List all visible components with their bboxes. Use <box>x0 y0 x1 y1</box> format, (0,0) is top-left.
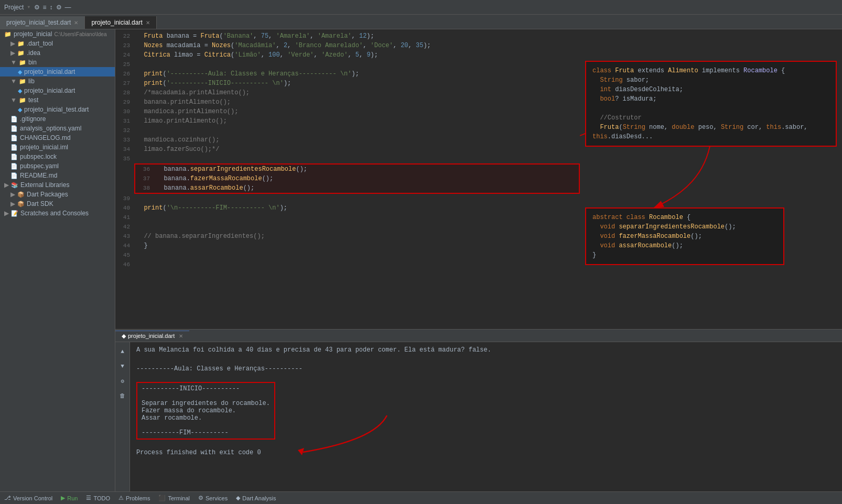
tab-test-file-label: projeto_inicial_test.dart <box>6 19 71 26</box>
code-line-31: 31 limao.printAlimento(); <box>115 116 580 126</box>
code-editor[interactable]: 22 Fruta banana = Fruta('Banana', 75, 'A… <box>115 29 580 329</box>
sidebar-item-gitignore[interactable]: 📄 .gitignore <box>0 114 115 124</box>
folder-icon: 📁 <box>19 78 26 85</box>
terminal-btn[interactable]: ⬛ Terminal <box>158 495 190 501</box>
code-line-29: 29 banana.printAlimento(); <box>115 97 580 107</box>
console-fim: ----------FIM---------- <box>142 429 270 436</box>
line-content: banana.separarIngredientesRocambole(); <box>154 165 307 174</box>
code-line-33: 33 mandioca.cozinhar(); <box>115 135 580 145</box>
tab-main-file[interactable]: projeto_inicial.dart ✕ <box>85 16 156 29</box>
code-line-27: 27 print('----------INICIO---------- \n'… <box>115 79 580 88</box>
dart-packages-label: Dart Packages <box>27 191 68 198</box>
sidebar-item-dart-tool[interactable]: ▶ 📁 .dart_tool <box>0 39 115 48</box>
console-step-1: Separar ingredientes do rocambole. <box>142 400 270 407</box>
problems-btn[interactable]: ⚠ Problems <box>118 495 150 501</box>
tab-main-close-icon[interactable]: ✕ <box>146 20 150 26</box>
code-line-24: 24 Citrica limao = Citrica('Limão', 100,… <box>115 50 580 60</box>
version-control-btn[interactable]: ⎇ Version Control <box>4 495 52 501</box>
code-line-43: 43 // banana.separarIngredientes(); <box>115 232 580 241</box>
sidebar-item-dart-packages[interactable]: ▶ 📦 Dart Packages <box>0 190 115 199</box>
tab-test-file[interactable]: projeto_inicial_test.dart ✕ <box>0 16 85 29</box>
sidebar-item-lib-dart[interactable]: ◆ projeto_inicial.dart <box>0 86 115 95</box>
todo-btn[interactable]: ☰ TODO <box>86 495 110 501</box>
settings-btn[interactable]: ⚙ <box>117 376 128 386</box>
sidebar-item-bin[interactable]: ▼ 📁 bin <box>0 58 115 67</box>
console-area: ▲ ▼ ⚙ 🗑 A sua Melancia foi colhida a 40 … <box>115 342 842 491</box>
line-number: 22 <box>115 31 134 41</box>
sidebar-item-analysis[interactable]: 📄 analysis_options.yaml <box>0 124 115 133</box>
file-icon: 📄 <box>10 172 18 179</box>
sidebar-item-idea[interactable]: ▶ 📁 .idea <box>0 48 115 58</box>
toolbar-icon-3[interactable]: ↕ <box>50 4 53 11</box>
clear-btn[interactable]: 🗑 <box>117 390 128 401</box>
sidebar-item-bin-dart[interactable]: ◆ projeto_inicial.dart <box>0 67 115 76</box>
iml-label: projeto_inicial.iml <box>20 144 68 151</box>
sidebar-item-lib[interactable]: ▼ 📁 lib <box>0 76 115 86</box>
code-container[interactable]: 22 Fruta banana = Fruta('Banana', 75, 'A… <box>115 29 580 329</box>
file-icon: 📄 <box>10 135 18 141</box>
vc-label: Version Control <box>13 495 52 501</box>
sidebar-item-changelog[interactable]: 📄 CHANGELOG.md <box>0 133 115 143</box>
top-toolbar: Project ▾ ⚙ ≡ ↕ ⚙ — <box>0 0 842 15</box>
analysis-label: analysis_options.yaml <box>20 125 81 132</box>
vc-icon: ⎇ <box>4 495 11 501</box>
folder-icon: 📚 <box>11 182 18 189</box>
line-number: 33 <box>115 135 134 145</box>
sidebar-item-pubspec-lock[interactable]: 📄 pubspec.lock <box>0 152 115 161</box>
run-btn[interactable]: ▶ Run <box>61 495 78 501</box>
line-number: 44 <box>115 241 134 250</box>
code-line-22: 22 Fruta banana = Fruta('Banana', 75, 'A… <box>115 31 580 41</box>
box-rocambole-content: abstract class Rocambole { void separarI… <box>592 213 777 260</box>
sidebar-item-dart-sdk[interactable]: ▶ 📦 Dart SDK <box>0 199 115 209</box>
line-content: mandioca.printAlimento(); <box>134 107 238 116</box>
sidebar-item-root[interactable]: 📁 projeto_inicial C:\Users\Fabiano\Idea <box>0 29 115 39</box>
dart-file-icon: ◆ <box>18 87 22 94</box>
line-number: 35 <box>115 154 134 163</box>
toolbar-icon-5[interactable]: — <box>65 4 71 11</box>
toolbar-icon-4[interactable]: ⚙ <box>56 4 62 11</box>
arrow-icon: ▶ <box>10 200 15 207</box>
dart-file-icon: ◆ <box>18 69 22 75</box>
console-tab[interactable]: ◆ projeto_inicial.dart ✕ <box>115 331 189 341</box>
line-number: 41 <box>115 213 134 222</box>
file-icon: 📄 <box>10 144 18 151</box>
console-tab-close[interactable]: ✕ <box>179 333 183 339</box>
readme-label: README.md <box>20 172 57 179</box>
sidebar-item-external-libs[interactable]: ▶ 📚 External Libraries <box>0 180 115 190</box>
folder-icon: 📁 <box>17 40 25 47</box>
sidebar-item-scratches[interactable]: ▶ 📝 Scratches and Consoles <box>0 209 115 218</box>
project-label[interactable]: Project <box>4 4 24 11</box>
line-number: 32 <box>115 126 134 135</box>
console-output[interactable]: A sua Melancia foi colhida a 40 dias e p… <box>130 342 842 491</box>
arrow-icon: ▼ <box>10 96 17 104</box>
sidebar-item-iml[interactable]: 📄 projeto_inicial.iml <box>0 143 115 152</box>
bottom-tabs: ◆ projeto_inicial.dart ✕ <box>115 330 842 342</box>
console-step-3: Assar rocambole. <box>142 414 270 422</box>
sidebar-item-pubspec-yaml[interactable]: 📄 pubspec.yaml <box>0 161 115 171</box>
line-number: 28 <box>115 88 134 97</box>
console-line-2: ----------Aula: Classes e Heranças------… <box>136 365 836 372</box>
bottom-panel: ◆ projeto_inicial.dart ✕ ▲ ▼ ⚙ 🗑 A sua M… <box>115 329 842 491</box>
scroll-down-btn[interactable]: ▼ <box>117 361 128 371</box>
project-sidebar: 📁 projeto_inicial C:\Users\Fabiano\Idea … <box>0 29 115 491</box>
sidebar-item-test[interactable]: ▼ 📁 test <box>0 95 115 105</box>
file-icon: 📄 <box>10 163 18 170</box>
toolbar-icon-2[interactable]: ≡ <box>43 4 47 11</box>
services-btn[interactable]: ⚙ Services <box>198 495 228 501</box>
root-path: C:\Users\Fabiano\Idea <box>54 31 106 37</box>
bin-dart-label: projeto_inicial.dart <box>24 68 75 75</box>
sidebar-item-test-dart[interactable]: ◆ projeto_inicial_test.dart <box>0 105 115 114</box>
line-number: 26 <box>115 69 134 79</box>
sidebar-item-readme[interactable]: 📄 README.md <box>0 171 115 180</box>
toolbar-icon-1[interactable]: ⚙ <box>34 4 40 11</box>
run-label: Run <box>67 495 78 501</box>
code-line-41: 41 <box>115 213 580 222</box>
dart-analysis-btn[interactable]: ◆ Dart Analysis <box>236 495 276 501</box>
changelog-label: CHANGELOG.md <box>20 134 71 141</box>
code-line-34: 34 limao.fazerSuco();*/ <box>115 145 580 154</box>
dart-analysis-label: Dart Analysis <box>242 495 276 501</box>
code-line-35: 35 <box>115 154 580 163</box>
line-number: 37 <box>135 174 154 183</box>
scroll-up-btn[interactable]: ▲ <box>117 346 128 357</box>
tab-test-close-icon[interactable]: ✕ <box>74 20 78 26</box>
